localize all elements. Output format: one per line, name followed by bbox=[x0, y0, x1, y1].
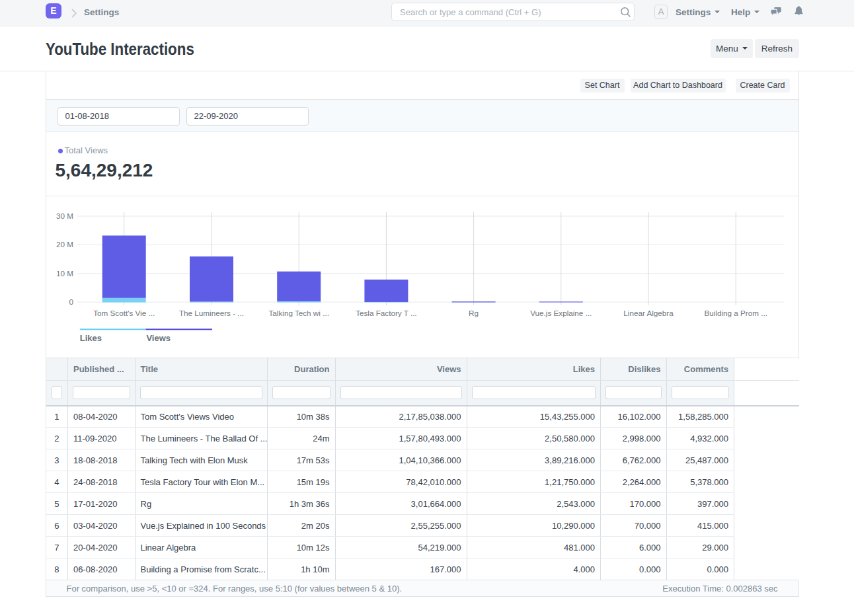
svg-text:Rg: Rg bbox=[469, 309, 479, 317]
svg-text:The Lumineers - ...: The Lumineers - ... bbox=[178, 309, 243, 317]
svg-text:Linear Algebra: Linear Algebra bbox=[623, 309, 674, 317]
svg-text:10 M: 10 M bbox=[56, 268, 73, 277]
svg-text:30 M: 30 M bbox=[56, 212, 73, 220]
svg-text:Building a Prom ...: Building a Prom ... bbox=[704, 309, 767, 317]
svg-text:Talking Tech wi ...: Talking Tech wi ... bbox=[268, 309, 329, 317]
svg-text:Likes: Likes bbox=[79, 332, 101, 342]
svg-text:Views: Views bbox=[146, 332, 171, 342]
svg-text:Tesla Factory T ...: Tesla Factory T ... bbox=[356, 309, 416, 317]
svg-text:0: 0 bbox=[69, 297, 73, 306]
svg-text:20 M: 20 M bbox=[56, 240, 73, 249]
svg-text:Vue.js Explaine ...: Vue.js Explaine ... bbox=[530, 309, 592, 317]
svg-text:Tom Scott's Vie ...: Tom Scott's Vie ... bbox=[93, 309, 155, 317]
